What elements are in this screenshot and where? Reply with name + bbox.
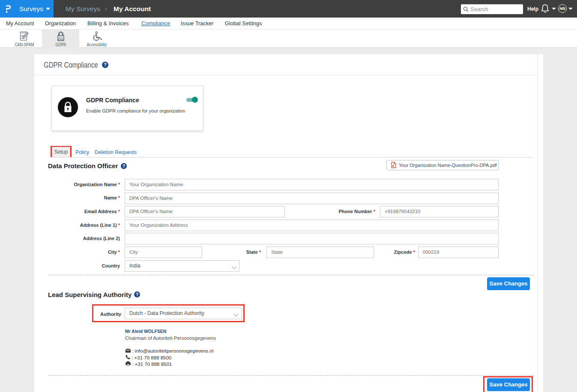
svg-text:A: A (392, 164, 395, 167)
